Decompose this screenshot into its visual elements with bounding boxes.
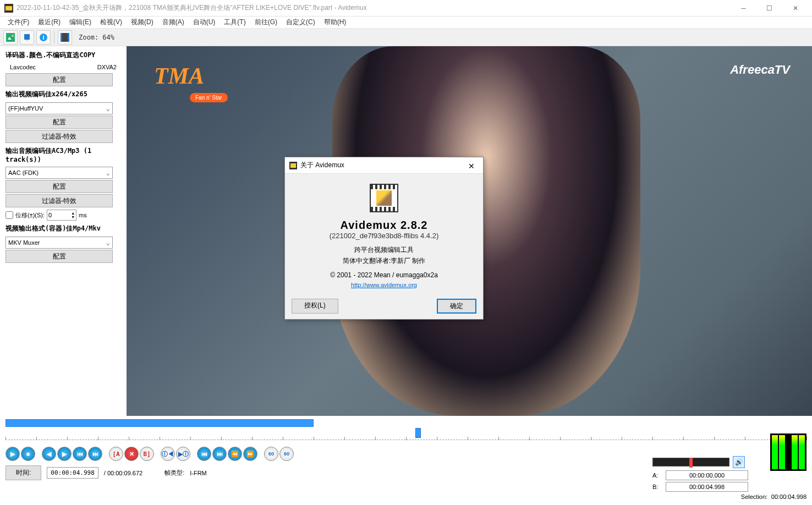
menu-help[interactable]: 帮助(H) bbox=[320, 17, 351, 28]
volume-handle[interactable] bbox=[689, 458, 693, 468]
menu-file[interactable]: 文件(F) bbox=[3, 17, 34, 28]
next-frame-button[interactable]: ▶ bbox=[57, 447, 72, 461]
close-button[interactable]: ✕ bbox=[783, 1, 808, 16]
container-section-title: 视频输出格式(容器)佳Mp4/Mkv bbox=[6, 222, 121, 235]
decoder-info-row: Lavcodec DXVA2 bbox=[6, 62, 121, 72]
frame-type-label: 帧类型: bbox=[164, 469, 184, 477]
goto-end-button[interactable]: ⏭ bbox=[212, 447, 227, 461]
marker-a-label: A: bbox=[652, 472, 662, 479]
fwd-60s-button[interactable]: 60 bbox=[279, 447, 294, 461]
goto-marker-a-button[interactable]: ⏪ bbox=[228, 447, 242, 461]
video-configure-button[interactable]: 配置 bbox=[6, 116, 113, 129]
total-time-label: / 00:00:09.672 bbox=[104, 470, 142, 476]
about-translator: 简体中文翻译者:李新厂 制作 bbox=[296, 256, 472, 266]
video-filter-button[interactable]: 过滤器-特效 bbox=[6, 130, 113, 143]
current-time-input[interactable]: 00:00:04.998 bbox=[47, 467, 98, 479]
video-logo-afreeca: AfreecaTV bbox=[730, 63, 790, 77]
prev-cut-button[interactable]: Ⓘ◀ bbox=[161, 447, 175, 461]
about-heading: Avidemux 2.8.2 bbox=[296, 219, 472, 232]
marker-a-time: 00:00:00.000 bbox=[666, 470, 748, 480]
next-cut-button[interactable]: ▶Ⓘ bbox=[176, 447, 190, 461]
zoom-label: Zoom: 64% bbox=[79, 34, 114, 41]
set-marker-b-button[interactable]: B] bbox=[140, 447, 154, 461]
window-titlebar: 2022-10-11-10-42-35_金秋天开场舞，221008 TMA颁奖典… bbox=[0, 0, 812, 17]
about-copyright: © 2001 - 2022 Mean / eumagga0x2a bbox=[296, 271, 472, 279]
goto-start-button[interactable]: ⏮ bbox=[197, 447, 211, 461]
stop-button[interactable]: ■ bbox=[21, 447, 35, 461]
timeline-track[interactable] bbox=[6, 429, 806, 440]
shift-label: 位移(±)(S): bbox=[15, 211, 45, 219]
menu-recent[interactable]: 最近(R) bbox=[34, 17, 65, 28]
set-marker-a-button[interactable]: [A bbox=[109, 447, 123, 461]
svg-rect-10 bbox=[61, 33, 62, 42]
save-button[interactable] bbox=[20, 30, 34, 45]
timeline-handle[interactable] bbox=[415, 428, 421, 438]
about-url-link[interactable]: http://www.avidemux.org bbox=[351, 282, 417, 288]
audio-encoder-select[interactable]: AAC (FDK) bbox=[6, 167, 113, 179]
decoder-section-title: 译码器.颜色.不编码直选COPY bbox=[6, 48, 121, 62]
goto-marker-b-button[interactable]: ⏩ bbox=[243, 447, 257, 461]
play-button[interactable]: ▶ bbox=[6, 447, 20, 461]
app-icon bbox=[4, 4, 13, 13]
menu-audio[interactable]: 音频(A) bbox=[158, 17, 189, 28]
sidebar: 译码器.颜色.不编码直选COPY Lavcodec DXVA2 配置 输出视频编… bbox=[0, 46, 127, 416]
about-build: (221002_de7f93e3bd8-fflibs 4.4.2) bbox=[296, 232, 472, 240]
calculator-button[interactable] bbox=[58, 30, 72, 45]
menu-goto[interactable]: 前往(G) bbox=[250, 17, 282, 28]
prev-keyframe-button[interactable]: ⏮ bbox=[73, 447, 87, 461]
videoenc-section-title: 输出视频编码佳x264/x265 bbox=[6, 87, 121, 101]
about-ok-button[interactable]: 确定 bbox=[437, 299, 476, 314]
video-logo-tma: TMA bbox=[154, 63, 204, 89]
decoder-accel: DXVA2 bbox=[97, 64, 117, 70]
video-logo-tma-sub: Fan n' Star bbox=[190, 93, 228, 102]
audio-filter-button[interactable]: 过滤器-特效 bbox=[6, 194, 113, 207]
save-icon bbox=[23, 33, 31, 42]
selection-bar[interactable] bbox=[6, 419, 314, 427]
video-encoder-select[interactable]: (FF)HuffYUV bbox=[6, 102, 113, 114]
prev-frame-button[interactable]: ◀ bbox=[42, 447, 56, 461]
frame-type-value: I-FRM bbox=[190, 470, 207, 476]
menu-bar: 文件(F) 最近(R) 编辑(E) 检视(V) 视频(D) 音频(A) 自动(U… bbox=[0, 17, 812, 29]
audio-configure-button[interactable]: 配置 bbox=[6, 180, 113, 193]
about-close-button[interactable]: ✕ bbox=[463, 160, 480, 172]
svg-rect-13 bbox=[290, 163, 296, 168]
minimize-button[interactable]: ─ bbox=[731, 1, 756, 16]
time-button[interactable]: 时间: bbox=[6, 465, 41, 480]
svg-text:i: i bbox=[42, 34, 44, 41]
audioenc-section-title: 输出音频编码佳AC3/Mp3 (1 track(s)) bbox=[6, 144, 121, 166]
container-configure-button[interactable]: 配置 bbox=[6, 250, 113, 263]
selection-label: Selection: bbox=[741, 493, 767, 500]
menu-edit[interactable]: 编辑(E) bbox=[65, 17, 96, 28]
svg-rect-2 bbox=[6, 33, 15, 42]
menu-tools[interactable]: 工具(T) bbox=[220, 17, 250, 28]
about-license-button[interactable]: 授权(L) bbox=[292, 299, 338, 314]
shift-spinner[interactable]: 0 ▲▼ bbox=[47, 210, 76, 221]
speaker-button[interactable]: 🔊 bbox=[733, 456, 745, 468]
shift-checkbox[interactable] bbox=[6, 211, 13, 219]
open-button[interactable] bbox=[3, 30, 18, 45]
decoder-codec: Lavcodec bbox=[10, 64, 97, 70]
menu-auto[interactable]: 自动(U) bbox=[189, 17, 220, 28]
svg-rect-11 bbox=[68, 33, 69, 42]
maximize-button[interactable]: ☐ bbox=[757, 1, 782, 16]
about-desc: 跨平台视频编辑工具 bbox=[296, 245, 472, 255]
about-app-icon bbox=[289, 162, 297, 169]
about-dialog-title: 关于 Avidemux bbox=[300, 161, 344, 170]
decoder-configure-button[interactable]: 配置 bbox=[6, 73, 113, 86]
vu-meter bbox=[770, 433, 806, 471]
volume-slider[interactable] bbox=[652, 458, 729, 466]
menu-custom[interactable]: 自定义(C) bbox=[282, 17, 320, 28]
menu-view[interactable]: 检视(V) bbox=[96, 17, 127, 28]
delete-button[interactable]: ✕ bbox=[124, 447, 139, 461]
next-keyframe-button[interactable]: ⏭ bbox=[88, 447, 102, 461]
container-select[interactable]: MKV Muxer bbox=[6, 237, 113, 249]
shift-unit: ms bbox=[79, 212, 87, 218]
image-icon bbox=[6, 33, 15, 42]
marker-b-time: 00:00:04.998 bbox=[666, 482, 748, 492]
svg-point-4 bbox=[12, 35, 14, 37]
back-60s-button[interactable]: 60 bbox=[264, 447, 278, 461]
speaker-icon: 🔊 bbox=[735, 458, 743, 466]
info-button[interactable]: i bbox=[36, 30, 51, 45]
menu-video[interactable]: 视频(D) bbox=[127, 17, 158, 28]
window-title: 2022-10-11-10-42-35_金秋天开场舞，221008 TMA颁奖典… bbox=[17, 3, 731, 13]
